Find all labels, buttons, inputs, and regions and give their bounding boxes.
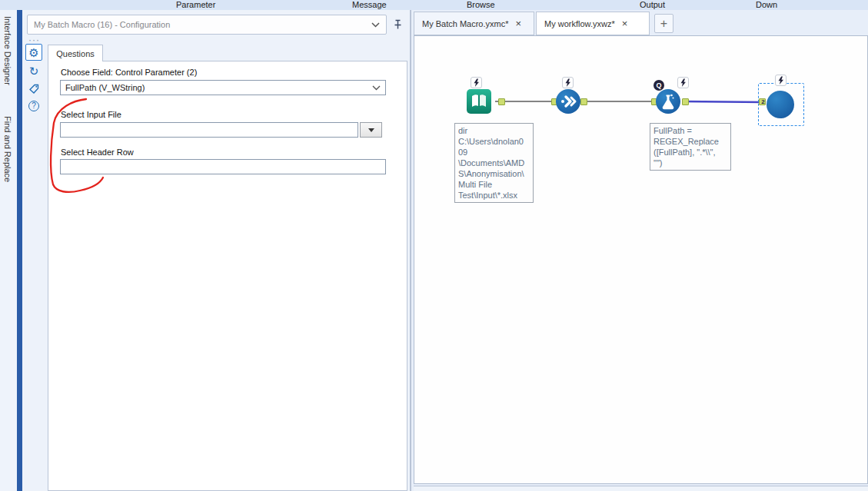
panel-edge-strip[interactable] [17, 10, 22, 491]
choose-field-combobox[interactable]: FullPath (V_WString) [60, 80, 386, 95]
toolbar-label-message[interactable]: Message [352, 0, 387, 9]
directory-tool-icon [466, 88, 492, 114]
close-icon[interactable]: × [515, 18, 521, 29]
macro-tool-icon [766, 90, 795, 119]
pin-icon [391, 18, 404, 31]
tree-view-button[interactable] [25, 80, 42, 97]
select-input-file-label: Select Input File [61, 110, 121, 119]
lightning-badge-icon [775, 75, 787, 86]
toolbar-label-down[interactable]: Down [756, 0, 777, 9]
results-panel-edge[interactable] [414, 486, 868, 491]
interface-designer-panel: My Batch Macro (16) - Configuration ··· … [22, 10, 411, 491]
sidebar-tab-interface-designer[interactable]: Interface Designer [3, 16, 12, 85]
left-dock-rail: Interface Designer Find and Replace [0, 10, 17, 491]
tag-icon [28, 83, 40, 95]
workflow-panel: My Batch Macro.yxmc* × My workflow.yxwz*… [411, 10, 868, 491]
document-tab-batch-macro[interactable]: My Batch Macro.yxmc* × [414, 12, 534, 35]
flask-tool-icon [655, 88, 681, 114]
chevron-down-icon [372, 85, 381, 91]
select-input-file-input[interactable] [60, 122, 358, 138]
toolbar-label-output[interactable]: Output [640, 0, 665, 9]
workflow-canvas[interactable]: 2 [414, 35, 868, 484]
question-icon: ? [28, 101, 39, 111]
pin-button[interactable] [391, 18, 404, 32]
annotation-directory[interactable]: dir C:\Users\dnolan0 09 \Documents\AMD S… [454, 123, 534, 203]
choose-field-label: Choose Field: Control Parameter (2) [61, 68, 197, 77]
refresh-icon: ↻ [29, 65, 39, 77]
triangle-down-icon [368, 128, 374, 132]
choose-field-value: FullPath (V_WString) [65, 83, 372, 92]
sidebar-tab-find-and-replace[interactable]: Find and Replace [3, 116, 12, 182]
toolbar-strip: Parameter Message Browse Output Down [0, 0, 868, 10]
toolbar-label-browse[interactable]: Browse [467, 0, 495, 9]
toolbar-label-parameter[interactable]: Parameter [176, 0, 215, 9]
document-tab-label: My Batch Macro.yxmc* [422, 19, 508, 28]
configuration-header-dropdown[interactable]: My Batch Macro (16) - Configuration [27, 15, 387, 35]
annotation-formula[interactable]: FullPath = REGEX_Replace ([FullPath], ".… [650, 123, 731, 171]
document-tab-workflow[interactable]: My workflow.yxwz* × [536, 12, 650, 35]
properties-view-button[interactable]: ? [25, 98, 42, 114]
lightning-badge-icon [471, 77, 482, 88]
test-view-button[interactable]: ↻ [25, 62, 42, 79]
macro-input-anchor[interactable]: 2 [759, 98, 766, 105]
action-tool-icon [555, 88, 581, 114]
gear-icon: ⚙ [28, 47, 38, 58]
tab-questions[interactable]: Questions [48, 45, 103, 61]
input-file-dropdown-button[interactable] [360, 122, 382, 138]
lightning-badge-icon [562, 77, 574, 88]
chevron-down-icon [371, 22, 380, 28]
document-tab-label: My workflow.yxwz* [544, 19, 615, 28]
layout-view-button[interactable]: ⚙ [25, 44, 42, 61]
tab-questions-label: Questions [56, 49, 95, 58]
new-tab-button[interactable]: + [654, 14, 673, 33]
configuration-title: My Batch Macro (16) - Configuration [34, 20, 371, 29]
action-tool-node[interactable] [555, 88, 581, 116]
lightning-badge-icon [677, 77, 689, 88]
output-anchor[interactable] [580, 98, 587, 105]
select-header-row-input[interactable] [60, 159, 386, 174]
directory-tool-node[interactable] [466, 88, 492, 116]
macro-tool-node[interactable] [766, 90, 795, 121]
formula-tool-node[interactable] [655, 88, 681, 116]
close-icon[interactable]: × [622, 18, 628, 29]
output-anchor[interactable] [498, 98, 505, 105]
select-header-row-label: Select Header Row [61, 148, 134, 157]
output-anchor[interactable] [682, 98, 689, 105]
question-anchor-badge: Q [653, 80, 664, 91]
alteryx-designer-window: Parameter Message Browse Output Down Int… [0, 0, 868, 491]
